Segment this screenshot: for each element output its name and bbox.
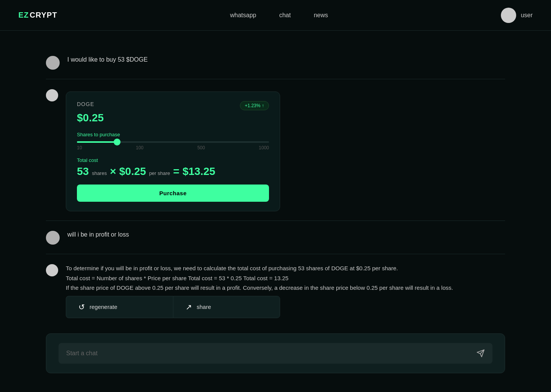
share-icon: ↗ <box>186 302 192 312</box>
slider-fill <box>77 141 119 143</box>
slider-label: Shares to purchase <box>77 132 269 137</box>
nav-chat[interactable]: chat <box>279 12 291 19</box>
chat-input-area <box>46 333 505 373</box>
regenerate-label: regenerate <box>90 304 117 310</box>
slider-thumb[interactable] <box>114 139 121 145</box>
slider-100: 100 <box>136 145 143 150</box>
slider-min: 10 <box>77 145 82 150</box>
main-nav: whatsapp chat news <box>230 12 328 19</box>
regenerate-button[interactable]: ↺ regenerate <box>66 296 173 318</box>
slider-wrapper[interactable] <box>77 141 269 143</box>
slider-500: 500 <box>197 145 205 150</box>
total-cost-label: Total cost <box>77 157 269 163</box>
slider-max: 1000 <box>259 145 269 150</box>
send-button[interactable] <box>476 349 485 358</box>
nav-news[interactable]: news <box>314 12 328 19</box>
slider-labels: 10 100 500 1000 <box>77 145 269 150</box>
share-button[interactable]: ↗ share <box>173 296 280 318</box>
chat-input[interactable] <box>66 350 472 357</box>
doge-header: DOGE +1.23% ↑ <box>77 101 269 110</box>
logo-ez: EZ <box>18 11 29 20</box>
shares-label: shares <box>92 170 107 176</box>
multiply-symbol: × <box>110 165 116 178</box>
bot-message-1: DOGE +1.23% ↑ $0.25 Shares to purchase 1… <box>46 79 505 221</box>
action-bar: ↺ regenerate ↗ share <box>66 296 505 318</box>
share-label: share <box>197 304 211 310</box>
doge-purchase-card: DOGE +1.23% ↑ $0.25 Shares to purchase 1… <box>66 91 280 211</box>
user-message-text-2: will i be in profit or loss <box>67 230 505 239</box>
header: EZCRYPT whatsapp chat news user <box>0 0 551 31</box>
bot-avatar-2 <box>46 264 58 276</box>
main-content: I would like to buy 53 $DOGE DOGE +1.23%… <box>0 31 551 389</box>
user-label: user <box>521 12 533 19</box>
user-avatar <box>501 8 516 23</box>
coin-price: $0.25 <box>77 112 269 124</box>
equals-symbol: = <box>173 165 179 178</box>
purchase-button[interactable]: Purchase <box>77 185 269 202</box>
send-icon <box>476 349 485 358</box>
shares-count: 53 <box>77 165 89 178</box>
user-avatar-1 <box>46 56 60 70</box>
nav-whatsapp[interactable]: whatsapp <box>230 12 256 19</box>
price-badge: +1.23% ↑ <box>240 101 269 110</box>
user-message-1: I would like to buy 53 $DOGE <box>46 46 505 79</box>
per-share-label: per share <box>149 170 170 176</box>
bot-response-text-2: To determine if you will be in profit or… <box>66 263 505 293</box>
user-avatar-2 <box>46 231 60 245</box>
chat-input-inner <box>59 343 492 364</box>
user-message-2: will i be in profit or loss <box>46 221 505 254</box>
shares-slider-section: Shares to purchase 10 100 500 1000 <box>77 132 269 150</box>
total-cost-value: $13.25 <box>183 165 215 178</box>
logo[interactable]: EZCRYPT <box>18 11 57 20</box>
user-area[interactable]: user <box>501 8 533 23</box>
user-message-text-1: I would like to buy 53 $DOGE <box>67 55 505 64</box>
bot-message-2: To determine if you will be in profit or… <box>46 254 505 327</box>
slider-track <box>77 141 269 143</box>
logo-crypt: CRYPT <box>30 11 57 20</box>
total-cost-section: Total cost 53 shares × $0.25 per share =… <box>77 157 269 178</box>
coin-name: DOGE <box>77 101 94 107</box>
regenerate-icon: ↺ <box>78 302 85 312</box>
bot-avatar-1 <box>46 89 58 101</box>
bot-response-container: To determine if you will be in profit or… <box>66 263 505 318</box>
price-per-share: $0.25 <box>119 165 146 178</box>
cost-formula: 53 shares × $0.25 per share = $13.25 <box>77 165 269 178</box>
